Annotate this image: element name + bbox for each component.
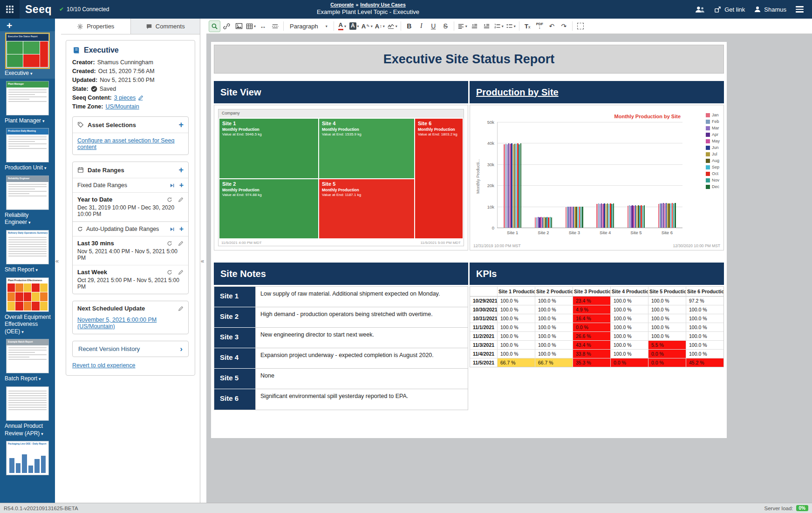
document-canvas[interactable]: Executive Site Status Report Site View C… xyxy=(206,34,812,503)
tab-comments[interactable]: Comments xyxy=(131,19,200,34)
document-thumbnail[interactable]: Plant Production Effectiveness xyxy=(6,277,49,312)
timezone-link[interactable]: US/Mountain xyxy=(105,103,139,110)
chart-bar[interactable] xyxy=(539,217,540,228)
chart-bar[interactable] xyxy=(520,143,522,228)
edit-icon[interactable] xyxy=(178,270,184,275)
chart-bar[interactable] xyxy=(514,144,516,228)
sidebar-item[interactable]: Plant ManagerPlant Manager▾ xyxy=(0,79,55,126)
legend-item[interactable]: Jan xyxy=(706,113,720,117)
legend-item[interactable]: May xyxy=(706,139,720,143)
recent-version-history-button[interactable]: Recent Version History › xyxy=(72,341,189,357)
chart-bar[interactable] xyxy=(629,205,630,228)
seeq-content-link[interactable]: 3 pieces xyxy=(114,94,136,101)
chart-bar[interactable] xyxy=(600,204,601,228)
chart-bar[interactable] xyxy=(516,144,517,228)
add-date-range-button[interactable]: + xyxy=(178,166,184,174)
legend-item[interactable]: Nov xyxy=(706,178,720,182)
chart-bar[interactable] xyxy=(607,203,608,228)
align-button[interactable]: ▾ xyxy=(457,20,468,32)
chart-bar[interactable] xyxy=(535,217,536,228)
chevron-down-icon[interactable]: ▾ xyxy=(44,166,47,170)
add-asset-selection-button[interactable]: + xyxy=(178,121,184,129)
legend-item[interactable]: Aug xyxy=(706,158,720,163)
chart-bar[interactable] xyxy=(610,203,611,228)
chart-bar[interactable] xyxy=(596,204,598,228)
add-document-button[interactable]: + xyxy=(0,19,55,31)
next-update-link[interactable]: November 5, 2021 6:00:00 PM (US/Mountain… xyxy=(73,316,188,334)
edit-icon[interactable] xyxy=(178,306,184,311)
chart-bar[interactable] xyxy=(511,143,512,228)
treemap-cell-site-4[interactable]: Site 4 Monthly Production Value at End: … xyxy=(319,119,414,178)
chart-bar[interactable] xyxy=(669,203,670,228)
chart-bar[interactable] xyxy=(661,203,662,228)
indent-button[interactable] xyxy=(481,20,492,32)
add-auto-date-range-button[interactable]: + xyxy=(179,225,184,233)
italic-button[interactable]: I xyxy=(416,20,427,32)
undo-button[interactable]: ↶ xyxy=(546,20,558,32)
insert-link-button[interactable] xyxy=(221,20,232,32)
chart-bar[interactable] xyxy=(567,207,568,228)
chart-bar[interactable] xyxy=(572,207,573,228)
chart-bar[interactable] xyxy=(672,203,673,228)
revert-link[interactable]: Revert to old experience xyxy=(72,362,136,369)
sidebar-item[interactable]: Production Daily MeetingProduction Unit▾ xyxy=(0,126,55,173)
font-family-button[interactable]: A✎▾ xyxy=(361,20,374,32)
chevron-down-icon[interactable]: ▾ xyxy=(28,220,31,225)
sidebar-item[interactable]: Refinery Daily Operations SummaryShift R… xyxy=(0,228,55,275)
chart-bar[interactable] xyxy=(639,206,641,228)
chart-bar[interactable] xyxy=(519,144,520,228)
hamburger-menu-icon[interactable] xyxy=(796,6,804,13)
chart-bar[interactable] xyxy=(604,203,605,228)
insert-table-button[interactable]: ▾ xyxy=(245,20,257,32)
treemap-cell-site-2[interactable]: Site 2 Monthly Production Value at End: … xyxy=(219,179,318,239)
legend-item[interactable]: Jul xyxy=(706,152,720,156)
breadcrumb-corporate-link[interactable]: Corporate xyxy=(330,2,354,7)
chart-bar[interactable] xyxy=(664,203,666,228)
document-thumbnail[interactable] xyxy=(6,386,49,421)
chart-bar[interactable] xyxy=(613,203,614,228)
outdent-button[interactable] xyxy=(469,20,480,32)
chart-bar[interactable] xyxy=(636,206,638,228)
app-switcher-button[interactable] xyxy=(0,0,20,19)
sidebar-item[interactable]: Example Batch ReportBatch Report▾ xyxy=(0,337,55,384)
document-thumbnail[interactable]: Plant Manager xyxy=(6,81,49,115)
clear-formatting-button[interactable]: Tx xyxy=(522,20,533,32)
edit-icon[interactable] xyxy=(178,241,184,246)
chart-bar[interactable] xyxy=(551,217,553,228)
sidebar-item[interactable]: Plant Production EffectivenessOverall Eq… xyxy=(0,275,55,337)
bold-button[interactable]: B xyxy=(403,20,415,32)
document-thumbnail[interactable]: Example Batch Report xyxy=(6,339,49,373)
chart-bar[interactable] xyxy=(504,144,505,228)
sidebar-item[interactable]: Annual Product Review (APR)▾ xyxy=(0,384,55,439)
chart-bar[interactable] xyxy=(573,207,574,228)
chevron-down-icon[interactable]: ▾ xyxy=(41,432,43,436)
chart-bar[interactable] xyxy=(517,143,519,228)
page-break-button[interactable] xyxy=(269,20,281,32)
chart-bar[interactable] xyxy=(667,203,669,228)
redo-button[interactable]: ↷ xyxy=(558,20,570,32)
chart-bar[interactable] xyxy=(548,217,549,228)
document-thumbnail[interactable]: Production Daily Meeting xyxy=(6,128,49,162)
chart-bar[interactable] xyxy=(660,203,661,228)
legend-item[interactable]: Sep xyxy=(706,165,720,169)
chart-bar[interactable] xyxy=(641,205,642,228)
chart-bar[interactable] xyxy=(611,204,613,228)
insert-image-button[interactable] xyxy=(233,20,245,32)
chart-bar[interactable] xyxy=(544,217,545,228)
legend-item[interactable]: Oct xyxy=(706,171,720,176)
legend-item[interactable]: Jun xyxy=(706,145,720,150)
chart-bar[interactable] xyxy=(576,207,577,228)
legend-item[interactable]: Feb xyxy=(706,119,720,124)
chart-bar[interactable] xyxy=(579,207,580,228)
sidebar-item[interactable]: Reliability EngineerReliability Engineer… xyxy=(0,173,55,228)
chart-bar[interactable] xyxy=(580,207,582,228)
chart-bar[interactable] xyxy=(633,206,635,228)
chart-bar[interactable] xyxy=(568,207,570,228)
chart-bar[interactable] xyxy=(658,204,660,228)
chart-bar[interactable] xyxy=(510,144,511,228)
configure-asset-selection-link[interactable]: Configure an asset selection for Seeq co… xyxy=(73,133,188,155)
chart-bar[interactable] xyxy=(602,204,604,228)
sidebar-item[interactable]: Packaging Line OEE - Daily Report xyxy=(0,439,55,477)
collapse-sidebar-button[interactable]: « xyxy=(55,257,59,264)
document-thumbnail[interactable]: Executive Site Status Report xyxy=(6,34,49,68)
